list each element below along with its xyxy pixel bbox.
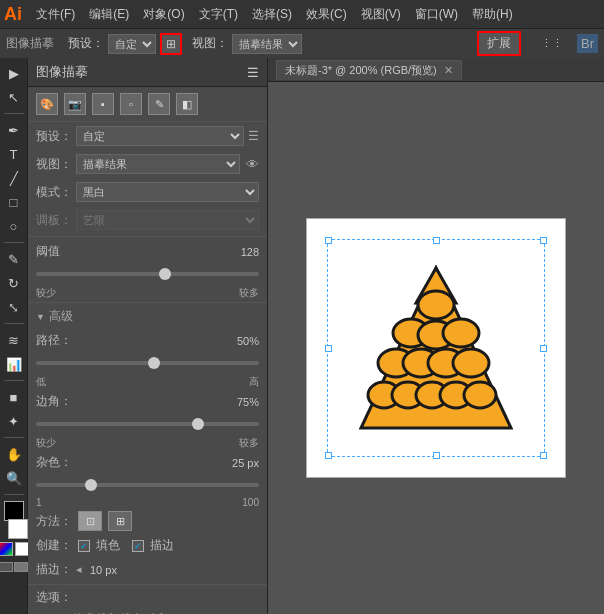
handle-mid-right[interactable]: [540, 345, 547, 352]
advanced-section-header[interactable]: ▼ 高级: [28, 305, 267, 328]
menu-bar: Ai 文件(F) 编辑(E) 对象(O) 文字(T) 选择(S) 效果(C) 视…: [0, 0, 604, 28]
expand-button[interactable]: 扩展: [477, 31, 521, 56]
threshold-less-label: 较少: [36, 286, 56, 300]
menu-view[interactable]: 视图(V): [355, 4, 407, 25]
threshold-more-label: 较多: [239, 286, 259, 300]
panel-title-bar: 图像描摹 ☰: [28, 58, 267, 87]
menu-window[interactable]: 窗口(W): [409, 4, 464, 25]
main-area: ▶ ↖ ✒ T ╱ □ ○ ✎ ↻ ⤡ ≋ 📊 ■ ✦ ✋ 🔍: [0, 58, 604, 614]
handle-top-right[interactable]: [540, 237, 547, 244]
preset-label: 预设：: [36, 128, 72, 145]
preset-select[interactable]: 自定: [76, 126, 244, 146]
rotate-tool[interactable]: ↻: [3, 272, 25, 294]
handle-mid-left[interactable]: [325, 345, 332, 352]
noise-label: 杂色：: [36, 454, 72, 471]
corner-value: 75%: [237, 396, 259, 408]
svg-point-13: [464, 382, 496, 408]
threshold-track: [36, 272, 259, 276]
trace-sketch-icon[interactable]: ✎: [148, 93, 170, 115]
menu-edit[interactable]: 编辑(E): [83, 4, 135, 25]
threshold-slider[interactable]: [36, 266, 259, 282]
path-thumb[interactable]: [148, 357, 160, 369]
noise-min-label: 1: [36, 497, 42, 508]
handle-top-center[interactable]: [433, 237, 440, 244]
handle-bot-left[interactable]: [325, 452, 332, 459]
toolbar-title-label: 图像描摹: [6, 35, 54, 52]
panel-menu-icon[interactable]: ☰: [247, 65, 259, 80]
tool-sep-4: [4, 380, 24, 381]
brush-tool[interactable]: ✎: [3, 248, 25, 270]
trace-gray-icon[interactable]: ▫: [120, 93, 142, 115]
preset-row: 预设： 自定 ☰: [28, 122, 267, 150]
mode-label: 模式：: [36, 184, 72, 201]
graph-tool[interactable]: 📊: [3, 353, 25, 375]
mode-select[interactable]: 黑白: [76, 182, 259, 202]
method-abutting-btn[interactable]: ⊡: [78, 511, 102, 531]
menu-file[interactable]: 文件(F): [30, 4, 81, 25]
view-select[interactable]: 描摹结果: [76, 154, 240, 174]
tool-sep-3: [4, 323, 24, 324]
toolbar-preset-select[interactable]: 自定: [108, 34, 156, 54]
fill-color-box[interactable]: [4, 501, 24, 521]
scale-tool[interactable]: ⤡: [3, 296, 25, 318]
divider-2: [28, 302, 267, 303]
menu-effect[interactable]: 效果(C): [300, 4, 353, 25]
stroke-checkbox[interactable]: [132, 540, 144, 552]
method-overlapping-btn[interactable]: ⊞: [108, 511, 132, 531]
handle-top-left[interactable]: [325, 237, 332, 244]
menu-select[interactable]: 选择(S): [246, 4, 298, 25]
trace-color-icon[interactable]: 🎨: [36, 93, 58, 115]
stroke-color-box[interactable]: [8, 519, 28, 539]
warp-tool[interactable]: ≋: [3, 329, 25, 351]
view-mode-row: [0, 562, 28, 572]
eye-icon[interactable]: 👁: [246, 157, 259, 172]
canvas-tab[interactable]: 未标题-3* @ 200% (RGB/预览) ✕: [276, 60, 462, 80]
fill-label: 填色: [96, 537, 120, 554]
gradient-tool[interactable]: ■: [3, 386, 25, 408]
direct-select-tool[interactable]: ↖: [3, 86, 25, 108]
none-mode-btn[interactable]: [15, 542, 29, 556]
noise-slider[interactable]: [36, 477, 259, 493]
canvas-tab-close[interactable]: ✕: [444, 64, 453, 76]
select-tool[interactable]: ▶: [3, 62, 25, 84]
left-toolbox: ▶ ↖ ✒ T ╱ □ ○ ✎ ↻ ⤡ ≋ 📊 ■ ✦ ✋ 🔍: [0, 58, 28, 614]
rect-tool[interactable]: □: [3, 191, 25, 213]
menu-text[interactable]: 文字(T): [193, 4, 244, 25]
toolbar-grid-icon[interactable]: ⊞: [160, 33, 182, 55]
noise-max-label: 100: [242, 497, 259, 508]
color-mode-btn[interactable]: [0, 542, 13, 556]
trace-silhouette-icon[interactable]: ◧: [176, 93, 198, 115]
path-slider[interactable]: [36, 355, 259, 371]
zoom-tool[interactable]: 🔍: [3, 467, 25, 489]
tool-sep-2: [4, 242, 24, 243]
type-tool[interactable]: T: [3, 143, 25, 165]
path-slider-row: [28, 353, 267, 375]
trace-bw-icon[interactable]: ▪: [92, 93, 114, 115]
palette-row: 调板： 艺限: [28, 206, 267, 234]
toolbar-view-select[interactable]: 描摹结果: [232, 34, 302, 54]
line-tool[interactable]: ╱: [3, 167, 25, 189]
handle-bot-center[interactable]: [433, 452, 440, 459]
preset-menu-icon[interactable]: ☰: [248, 129, 259, 143]
hand-tool[interactable]: ✋: [3, 443, 25, 465]
path-low-label: 低: [36, 375, 46, 389]
full-screen[interactable]: [14, 562, 28, 572]
ellipse-tool[interactable]: ○: [3, 215, 25, 237]
eyedrop-tool[interactable]: ✦: [3, 410, 25, 432]
fill-checkbox[interactable]: [78, 540, 90, 552]
trace-photo-icon[interactable]: 📷: [64, 93, 86, 115]
corner-thumb[interactable]: [192, 418, 204, 430]
menu-object[interactable]: 对象(O): [137, 4, 190, 25]
corner-slider-row: [28, 414, 267, 436]
noise-thumb[interactable]: [85, 479, 97, 491]
menu-help[interactable]: 帮助(H): [466, 4, 519, 25]
standard-screen[interactable]: [0, 562, 13, 572]
corner-slider[interactable]: [36, 416, 259, 432]
threshold-thumb[interactable]: [159, 268, 171, 280]
path-label-row: 路径： 50%: [28, 328, 267, 353]
handle-bot-right[interactable]: [540, 452, 547, 459]
view-label: 视图：: [36, 156, 72, 173]
pen-tool[interactable]: ✒: [3, 119, 25, 141]
br-button[interactable]: Br: [577, 34, 598, 53]
corner-more-label: 较多: [239, 436, 259, 450]
